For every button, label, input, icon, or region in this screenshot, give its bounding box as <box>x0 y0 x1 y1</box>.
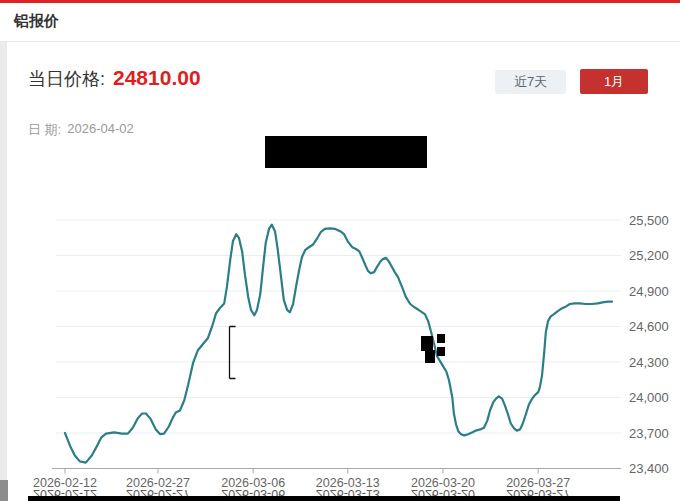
redaction-mark <box>425 350 435 363</box>
price-label: 当日价格: <box>28 67 105 91</box>
date-label: 日 期: <box>28 121 61 139</box>
price-line-chart[interactable]: 25,50025,20024,90024,60024,30024,00023,7… <box>0 205 680 501</box>
y-axis-tick-label: 25,200 <box>629 248 669 263</box>
y-axis-tick-label: 24,600 <box>629 319 669 334</box>
price-value: 24810.00 <box>113 66 201 90</box>
y-axis-tick-label: 25,500 <box>629 213 669 228</box>
header-divider <box>0 41 680 42</box>
bottom-black-bar <box>28 496 620 501</box>
y-axis-tick-label: 23,400 <box>629 461 669 476</box>
page-title: 铝报价 <box>14 12 59 31</box>
ibeam-cursor-mark <box>230 327 236 379</box>
redaction-box-large <box>265 136 427 168</box>
y-axis-tick-label: 24,900 <box>629 284 669 299</box>
gray-corner-block <box>0 480 8 501</box>
date-value: 2026-04-02 <box>67 121 134 139</box>
range-button-1month[interactable]: 1月 <box>580 69 648 94</box>
redaction-mark <box>437 347 445 356</box>
y-axis-tick-label: 23,700 <box>629 426 669 441</box>
top-accent-bar <box>0 0 680 3</box>
range-button-7days[interactable]: 近7天 <box>495 70 566 94</box>
y-axis-tick-label: 24,300 <box>629 355 669 370</box>
date-row: 日 期: 2026-04-02 <box>28 121 134 139</box>
redaction-mark <box>421 336 433 351</box>
redaction-mark <box>437 334 445 343</box>
price-series-line <box>65 225 612 463</box>
price-row: 当日价格: 24810.00 <box>28 66 201 91</box>
y-axis-tick-label: 24,000 <box>629 390 669 405</box>
aluminum-quote-page: 铝报价 当日价格: 24810.00 近7天 1月 日 期: 2026-04-0… <box>0 0 680 501</box>
